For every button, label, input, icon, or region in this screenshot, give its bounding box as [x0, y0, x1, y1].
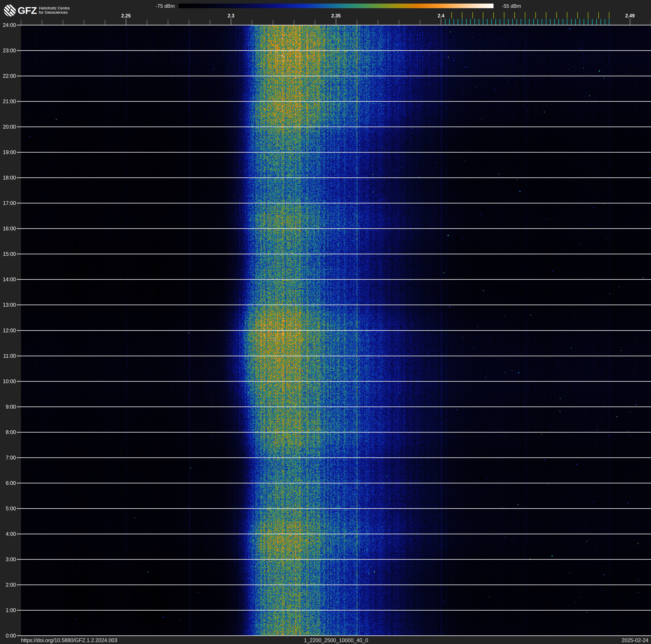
ble-channel-tick	[454, 19, 454, 25]
zigbee-channel-tick	[451, 12, 452, 19]
ble-channel-tick	[487, 19, 488, 25]
hour-gridline	[17, 330, 651, 331]
time-tick-label: 14:00	[0, 276, 16, 282]
time-tick-label: 16:00	[0, 226, 16, 231]
time-tick-label: 10:00	[0, 378, 16, 384]
hour-gridline	[17, 152, 651, 153]
spectrogram-page: GFZ Helmholtz Centre for Geosciences -75…	[0, 0, 651, 644]
freq-minor-tick	[294, 20, 294, 25]
time-tick-label: 23:00	[0, 48, 16, 53]
ble-channel-tick	[571, 19, 571, 25]
freq-tick-label: 2.35	[323, 13, 349, 19]
time-tick-label: 0:00	[0, 633, 16, 639]
freq-major-tick	[336, 19, 336, 25]
hour-gridline	[17, 101, 651, 102]
ble-channel-tick	[600, 19, 601, 25]
ble-channel-tick	[550, 19, 551, 25]
ble-channel-tick	[500, 19, 500, 25]
zigbee-channel-tick	[493, 12, 494, 19]
ble-channel-tick	[537, 19, 538, 25]
ble-channel-tick	[558, 19, 559, 25]
ble-channel-tick	[458, 19, 458, 25]
ble-channel-tick	[491, 19, 492, 25]
zigbee-channel-tick	[556, 12, 557, 19]
tagline-line2: for Geosciences	[39, 10, 70, 14]
ble-channel-tick	[533, 19, 534, 25]
zigbee-channel-tick	[462, 12, 462, 19]
hour-gridline	[17, 203, 651, 203]
time-tick-label: 7:00	[0, 455, 16, 461]
hour-gridline	[17, 635, 651, 636]
ble-channel-tick	[517, 19, 517, 25]
freq-minor-tick	[189, 20, 189, 25]
ble-channel-tick	[546, 19, 547, 25]
freq-minor-tick	[315, 20, 315, 25]
freq-tick-label: 2.49	[617, 13, 643, 19]
zigbee-channel-tick	[546, 12, 547, 19]
freq-minor-tick	[210, 20, 210, 25]
zigbee-channel-tick	[577, 12, 578, 19]
zigbee-channel-tick	[472, 12, 473, 19]
time-tick-label: 5:00	[0, 505, 16, 511]
freq-minor-tick	[378, 20, 378, 25]
ble-channel-tick	[508, 19, 508, 25]
freq-major-tick	[441, 19, 441, 25]
time-tick-label: 3:00	[0, 556, 16, 562]
ble-channel-tick	[588, 19, 588, 25]
freq-minor-tick	[105, 20, 105, 25]
zigbee-channel-tick	[525, 12, 525, 19]
freq-minor-tick	[399, 20, 399, 25]
freq-minor-tick	[63, 20, 63, 25]
freq-minor-tick	[147, 20, 147, 25]
time-tick-label: 4:00	[0, 531, 16, 537]
time-tick-label: 6:00	[0, 480, 16, 486]
time-tick-label: 17:00	[0, 200, 16, 206]
ble-channel-tick	[478, 19, 479, 25]
hour-gridline	[17, 25, 651, 25]
hour-gridline	[17, 432, 651, 433]
freq-minor-tick	[84, 20, 84, 25]
ble-channel-tick	[512, 19, 513, 25]
zigbee-channel-tick	[535, 12, 536, 19]
zigbee-channel-tick	[598, 12, 599, 19]
time-tick-label: 15:00	[0, 251, 16, 257]
hour-gridline	[17, 228, 651, 229]
time-tick-label: 20:00	[0, 124, 16, 130]
freq-major-tick	[126, 19, 126, 25]
time-tick-label: 19:00	[0, 149, 16, 155]
freq-minor-tick	[42, 20, 42, 25]
ble-channel-tick	[495, 19, 496, 25]
freq-minor-tick	[252, 20, 252, 25]
freq-tick-label: 2.4	[428, 13, 454, 19]
freq-tick-label: 2.25	[114, 13, 138, 19]
hour-gridline	[17, 304, 651, 305]
ble-channel-tick	[521, 19, 521, 25]
hour-gridline	[17, 126, 651, 127]
ble-channel-tick	[470, 19, 471, 25]
zigbee-channel-tick	[504, 12, 504, 19]
hour-gridline	[17, 50, 651, 51]
freq-minor-tick	[420, 20, 420, 25]
hour-gridline	[17, 585, 651, 585]
time-tick-label: 2:00	[0, 582, 16, 588]
ble-channel-tick	[445, 19, 445, 25]
hour-gridline	[17, 381, 651, 382]
hour-gridline	[17, 356, 651, 356]
ble-channel-tick	[466, 19, 467, 25]
time-tick-label: 24:00	[0, 22, 16, 28]
zigbee-channel-tick	[609, 12, 610, 19]
time-tick-label: 21:00	[0, 98, 16, 104]
ble-channel-tick	[575, 19, 576, 25]
hour-gridline	[17, 610, 651, 611]
hour-gridline	[17, 254, 651, 254]
ble-channel-tick	[567, 19, 567, 25]
zigbee-channel-tick	[588, 12, 588, 19]
time-tick-label: 8:00	[0, 429, 16, 435]
time-tick-label: 9:00	[0, 404, 16, 410]
colorbar-gradient	[179, 4, 494, 8]
zigbee-channel-tick	[483, 12, 484, 19]
freq-minor-tick	[21, 20, 21, 25]
zigbee-channel-tick	[567, 12, 567, 19]
footer-date: 2025-02-24	[622, 638, 649, 643]
time-tick-label: 22:00	[0, 73, 16, 79]
